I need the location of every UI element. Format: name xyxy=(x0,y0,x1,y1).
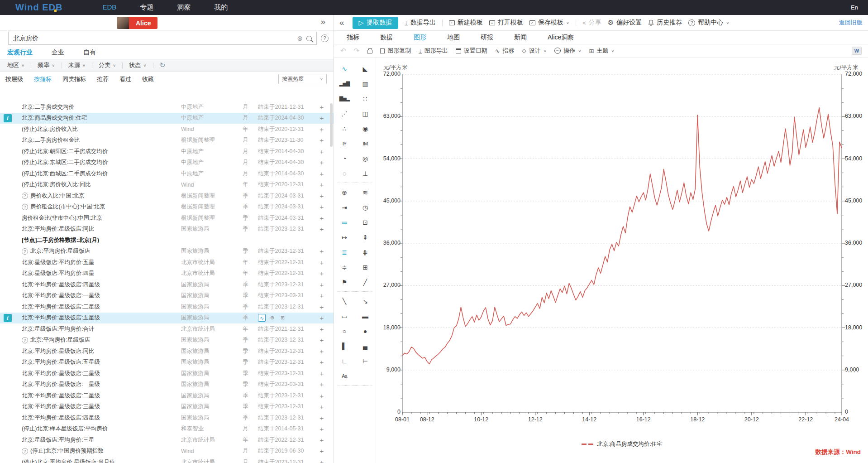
indicator-name[interactable]: 房价租金比(非市中心):中国:北京 xyxy=(22,214,102,222)
nav-item-edb[interactable]: EDB xyxy=(102,3,116,12)
bar-chart-icon[interactable]: ▇▅▂ xyxy=(334,91,355,106)
table-row[interactable]: (停止)北京:样本星级饭店:平均房价和泰智业月结束于2014-05-31+ xyxy=(0,424,334,435)
share-button[interactable]: <分享 xyxy=(582,19,601,27)
area-chart-icon[interactable]: ◣ xyxy=(355,61,376,76)
legend-tool-icon[interactable]: ≔ xyxy=(334,215,355,230)
indicator-name[interactable]: 北京:平均房价:星级饭店:同比 xyxy=(22,225,94,233)
table-row[interactable]: 北京:平均房价:星级饭店:二星级国家旅游局季结束于2023-12-31+ xyxy=(0,390,334,401)
chart-export-button[interactable]: ↓图形导出 xyxy=(419,47,448,55)
question-icon[interactable]: ? xyxy=(22,248,28,255)
table-row[interactable]: 北京:平均房价:星级饭店:五星级国家旅游局季结束于2023-12-31+ xyxy=(0,357,334,368)
add-indicator-button[interactable]: + xyxy=(317,247,327,255)
tab-recommended[interactable]: 推荐 xyxy=(97,75,109,83)
table-row[interactable]: (停止)北京:房价收入比Wind年结束于2020-12-31+ xyxy=(0,124,334,135)
indicator-name[interactable]: (停止)北京:平均房价:星级饭店:当月值 xyxy=(22,458,115,463)
tab-similar-indicators[interactable]: 同类指标 xyxy=(62,75,86,83)
indicator-name[interactable]: 北京:平均房价:星级饭店:三星级 xyxy=(22,403,100,410)
table-row[interactable]: 北京:二手房房价租金比根据新闻整理月结束于2023-11-30+ xyxy=(0,135,334,146)
add-indicator-button[interactable]: + xyxy=(317,325,327,333)
chart-copy-button[interactable]: 图形复制 xyxy=(380,47,411,55)
indicator-name[interactable]: 北京:平均房价:星级饭店 xyxy=(30,247,90,255)
collapse-panel-icon[interactable]: « xyxy=(339,18,344,28)
indicator-name[interactable]: 房价租金比(市中心):中国:北京 xyxy=(30,203,105,211)
text-tool-icon[interactable]: Aa xyxy=(334,368,355,383)
add-indicator-button[interactable]: + xyxy=(317,159,327,166)
table-row[interactable]: 北京:平均房价:星级饭店:三星级国家旅游局季结束于2023-12-31+ xyxy=(0,401,334,413)
zoom-tool-icon[interactable]: ⊕ xyxy=(334,185,355,200)
time-chart-icon[interactable]: ◷ xyxy=(355,200,376,215)
table-row[interactable]: 北京:平均房价:星级饭店:一星级国家旅游局季结束于2023-03-31+ xyxy=(0,290,334,302)
new-flag-tool-icon[interactable]: ⚑ xyxy=(334,275,355,289)
add-indicator-button[interactable]: + xyxy=(317,425,327,433)
info-badge-icon[interactable]: i xyxy=(4,114,12,122)
alice-assistant-button[interactable]: Alice xyxy=(117,17,157,29)
preferences-button[interactable]: ⚙偏好设置 xyxy=(608,19,642,27)
add-indicator-button[interactable]: + xyxy=(317,292,327,299)
search-help-icon[interactable]: ? xyxy=(321,34,329,42)
indicator-name[interactable]: 北京:星级饭店:平均房价:五星 xyxy=(22,259,94,266)
candlestick-chart-icon[interactable]: ◫ xyxy=(355,106,376,121)
pie-chart-icon[interactable]: ◔ xyxy=(334,151,355,166)
add-indicator-button[interactable]: + xyxy=(317,403,327,410)
indicator-name[interactable]: 北京:平均房价:星级饭店:四星级 xyxy=(22,281,100,289)
table-row[interactable]: 北京:平均房价:星级饭店:四星级国家旅游局季结束于2023-12-31+ xyxy=(0,412,334,424)
tab-own[interactable]: 自有 xyxy=(83,48,96,57)
tab-favorites[interactable]: 收藏 xyxy=(142,75,154,83)
table-row[interactable]: i北京:商品房成交均价:住宅中原地产月结束于2024-04-30+ xyxy=(0,113,334,124)
dotted-column-chart-icon[interactable]: ∷ xyxy=(355,91,376,106)
indicator-name[interactable]: 北京:平均房价:星级饭店:五星级 xyxy=(22,358,100,366)
add-indicator-button[interactable]: + xyxy=(317,414,327,422)
search-input[interactable] xyxy=(9,35,297,42)
table-row[interactable]: 北京:星级饭店:平均房价:三星北京市统计局年结束于2022-12-31+ xyxy=(0,434,334,446)
filter-frequency[interactable]: 频率∨ xyxy=(38,61,55,69)
filter-source[interactable]: 来源∨ xyxy=(68,61,86,69)
question-icon[interactable]: ? xyxy=(22,193,28,199)
indicator-name[interactable]: 北京:商品房成交均价:住宅 xyxy=(22,114,87,122)
scatter-chart-icon[interactable]: ∴ xyxy=(334,121,355,136)
line-chart-icon[interactable]: ∿ xyxy=(334,61,355,76)
vertical-grid-tool-icon[interactable]: ⋕ xyxy=(355,245,376,260)
add-indicator-button[interactable]: + xyxy=(317,281,327,289)
new-template-button[interactable]: +新建模板 xyxy=(449,19,483,27)
add-indicator-button[interactable]: + xyxy=(317,225,327,233)
indicator-button[interactable]: ∿指标 xyxy=(495,47,515,55)
add-indicator-button[interactable]: + xyxy=(317,148,327,155)
sort-by-popularity-select[interactable]: 按照热度∨ xyxy=(278,74,327,84)
tab-by-indicator[interactable]: 按指标 xyxy=(34,75,52,83)
table-row[interactable]: 北京:平均房价:星级饭店:二星级国家旅游局季结束于2023-12-31+ xyxy=(0,301,334,313)
tab-research[interactable]: 研报 xyxy=(481,34,493,42)
theme-menu[interactable]: ⊞主题∨ xyxy=(589,47,614,55)
tree-chart-icon[interactable]: ⊥ xyxy=(355,166,376,181)
tab-by-level[interactable]: 按层级 xyxy=(5,75,23,83)
tab-enterprise[interactable]: 企业 xyxy=(52,48,64,57)
indicator-name[interactable]: (停止)北京:东城区:二手房成交均价 xyxy=(22,159,108,166)
add-indicator-button[interactable]: + xyxy=(317,214,327,222)
add-indicator-button[interactable]: + xyxy=(317,347,327,355)
add-indicator-button[interactable]: + xyxy=(317,336,327,344)
shift-tool-icon[interactable]: ↦ xyxy=(334,230,355,245)
trend-line-tool-icon[interactable]: ╱ xyxy=(355,275,376,289)
angle-draw-tool-icon[interactable]: ∟ xyxy=(334,353,355,368)
set-date-button[interactable]: 设置日期 xyxy=(456,47,487,55)
add-indicator-button[interactable]: + xyxy=(317,181,327,188)
filled-rect-draw-tool-icon[interactable]: ▬ xyxy=(355,309,376,323)
text-box-tool-icon[interactable]: ⊡ xyxy=(355,215,376,230)
indicator-name[interactable]: 北京:平均房价:星级饭店:同比 xyxy=(22,347,94,355)
indicator-name[interactable]: 北京:二手房房价租金比 xyxy=(22,136,80,144)
save-template-button[interactable]: ✓保存模板∨ xyxy=(529,19,569,27)
mini-line-chart-icon[interactable]: ∿ xyxy=(258,314,266,322)
tab-viewed[interactable]: 看过 xyxy=(119,75,131,83)
add-indicator-button[interactable]: + xyxy=(317,203,327,211)
add-panel-tool-icon[interactable]: ⊞ xyxy=(355,260,376,275)
info-badge-icon[interactable]: i xyxy=(4,314,12,322)
undo-icon[interactable]: ↶ xyxy=(340,47,346,55)
table-row[interactable]: ?北京:平均房价:星级饭店国家旅游局季结束于2023-12-31+ xyxy=(0,246,334,257)
table-row[interactable]: (停止)北京:西城区:二手房成交均价中原地产月结束于2014-04-30+ xyxy=(0,168,334,179)
table-row[interactable]: ?房价租金比(市中心):中国:北京根据新闻整理季结束于2024-03-31+ xyxy=(0,202,334,213)
line-draw-tool-icon[interactable]: ╲ xyxy=(334,294,355,309)
tab-alice-insight[interactable]: Alice洞察 xyxy=(548,34,574,42)
add-indicator-button[interactable]: + xyxy=(317,270,327,277)
table-row[interactable]: 北京:平均房价:星级饭店:三星级国家旅游局季结束于2023-12-31+ xyxy=(0,368,334,379)
filter-region[interactable]: 地区∨ xyxy=(7,61,24,69)
add-indicator-button[interactable]: + xyxy=(317,436,327,444)
